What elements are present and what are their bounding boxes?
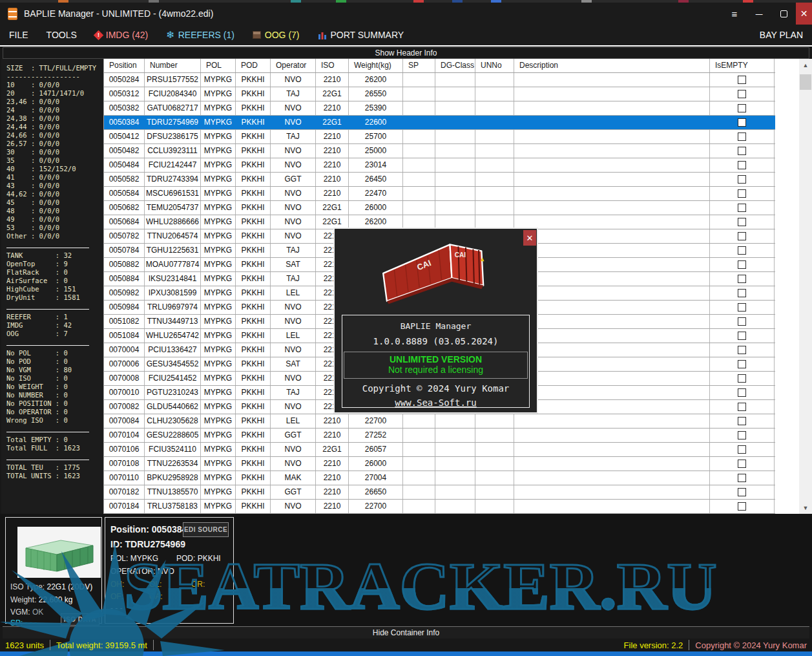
table-row[interactable]: 0070184TRLU3758183MYPKGPKKHINVO221022700 <box>104 500 775 514</box>
table-cell: TEMU2054737 <box>145 201 201 215</box>
isempty-checkbox[interactable] <box>738 275 746 283</box>
isempty-checkbox[interactable] <box>738 388 746 397</box>
column-header-number[interactable]: Number <box>145 59 201 72</box>
menu-bay-plan[interactable]: BAY PLAN <box>760 30 812 40</box>
isempty-checkbox[interactable] <box>738 502 746 511</box>
menu-imdg[interactable]: ! IMDG (42) <box>86 25 157 45</box>
table-row[interactable]: 0070104GESU2288605MYPKGPKKHIGGT221027252 <box>104 429 775 443</box>
isempty-checkbox[interactable] <box>738 118 746 127</box>
isempty-checkbox[interactable] <box>738 90 746 98</box>
isempty-checkbox[interactable] <box>738 417 746 425</box>
scrollbar-thumb[interactable] <box>800 74 811 90</box>
table-cell: 23014 <box>349 158 403 172</box>
isempty-checkbox[interactable] <box>738 474 746 482</box>
isempty-checkbox[interactable] <box>738 346 746 354</box>
oh-label: OH: <box>110 580 124 589</box>
column-header-unno[interactable]: UNNo <box>475 59 514 72</box>
table-cell: 22G1 <box>316 201 349 215</box>
table-cell: PKKHI <box>236 229 271 243</box>
table-row[interactable]: 0050312FCIU2084340MYPKGPKKHITAJ22G126550 <box>104 87 775 101</box>
table-row[interactable]: 0070084CLHU2305628MYPKGPKKHILEL221022700 <box>104 414 775 429</box>
table-row[interactable]: 0050382GATU0682717MYPKGPKKHINVO221025390 <box>104 101 775 116</box>
dialog-close-button[interactable]: ✕ <box>523 230 536 246</box>
table-row[interactable]: 0050582TDRU2743394MYPKGPKKHIGGT221026450 <box>104 173 775 187</box>
window-menu-button[interactable]: ≡ <box>722 3 747 25</box>
isempty-checkbox[interactable] <box>738 189 746 198</box>
isempty-checkbox[interactable] <box>738 76 746 84</box>
menu-port-summary[interactable]: PORT SUMMARY <box>309 25 413 45</box>
column-header-isempty[interactable]: IsEMPTY <box>710 59 775 72</box>
table-row[interactable]: 0070106FCIU3524110MYPKGPKKHINVO22G126057 <box>104 443 775 457</box>
isempty-checkbox[interactable] <box>738 403 746 411</box>
column-header-pol[interactable]: POL <box>201 59 236 72</box>
table-cell: 0051084 <box>104 329 145 343</box>
table-cell: 0050382 <box>104 101 145 115</box>
table-row[interactable]: 0070110BPKU2958928MYPKGPKKHIMAK221027004 <box>104 471 775 485</box>
isempty-checkbox[interactable] <box>738 161 746 169</box>
column-header-iso[interactable]: ISO <box>316 59 349 72</box>
isempty-checkbox[interactable] <box>738 289 746 297</box>
column-header-operator[interactable]: Operator <box>271 59 316 72</box>
menu-file[interactable]: FILE <box>0 25 37 45</box>
table-cell <box>514 215 710 229</box>
column-header-weight-kg-[interactable]: Weight(kg) <box>349 59 403 72</box>
table-row[interactable]: 0050482CCLU3923111MYPKGPKKHINVO221025000 <box>104 144 775 158</box>
menu-reefers[interactable]: ❄ REEFERS (1) <box>157 25 244 45</box>
sidebar-stat-line: TOTAL UNITS : 1623 <box>6 472 89 480</box>
isempty-checkbox[interactable] <box>738 360 746 368</box>
isempty-checkbox[interactable] <box>738 460 746 468</box>
table-cell <box>403 471 435 485</box>
scroll-down-icon[interactable]: ▼ <box>799 502 812 514</box>
iso-data-button[interactable]: ISO DATA <box>61 613 99 626</box>
isempty-checkbox[interactable] <box>738 317 746 326</box>
table-cell: 26650 <box>349 485 403 499</box>
edi-source-button[interactable]: EDI SOURCE <box>183 522 229 537</box>
isempty-cell <box>710 400 775 414</box>
table-cell <box>514 500 710 513</box>
menu-tools[interactable]: TOOLS <box>37 25 86 45</box>
table-row[interactable]: 0050682TEMU2054737MYPKGPKKHINVO22G126000 <box>104 201 775 215</box>
table-cell: PKKHI <box>236 315 271 328</box>
table-row[interactable]: 0050484FCIU2142447MYPKGPKKHINVO221023014 <box>104 158 775 173</box>
column-header-dg-class[interactable]: DG-Class <box>435 59 475 72</box>
isempty-checkbox[interactable] <box>738 204 746 212</box>
hide-container-info-bar[interactable]: Hide Container Info <box>3 626 809 639</box>
isempty-checkbox[interactable] <box>738 175 746 184</box>
isempty-checkbox[interactable] <box>738 431 746 439</box>
close-button[interactable]: ✕ <box>796 3 812 25</box>
column-header-description[interactable]: Description <box>514 59 710 72</box>
table-cell: MYPKG <box>201 187 236 200</box>
table-cell: NVO <box>271 101 316 115</box>
table-row[interactable]: 0050584MSCU6961531MYPKGPKKHINVO221022470 <box>104 187 775 201</box>
isempty-checkbox[interactable] <box>738 147 746 155</box>
dialog-website-link[interactable]: www.Sea-Soft.ru <box>342 397 529 408</box>
minimize-button[interactable]: ─ <box>747 3 771 25</box>
isempty-checkbox[interactable] <box>738 218 746 226</box>
table-row[interactable]: 0050284PRSU1577552MYPKGPKKHINVO221026200 <box>104 73 775 87</box>
table-row[interactable]: 0070182TTNU1385570MYPKGPKKHIGGT221026650 <box>104 485 775 500</box>
table-cell <box>514 272 710 286</box>
column-header-pod[interactable]: POD <box>236 59 271 72</box>
table-row[interactable]: 0070108TTNU2263534MYPKGPKKHINVO221026000 <box>104 457 775 471</box>
isempty-checkbox[interactable] <box>738 374 746 383</box>
isempty-checkbox[interactable] <box>738 332 746 340</box>
isempty-checkbox[interactable] <box>738 260 746 269</box>
isempty-checkbox[interactable] <box>738 303 746 312</box>
isempty-checkbox[interactable] <box>738 488 746 496</box>
column-header-position[interactable]: Position <box>104 59 145 72</box>
table-cell: MYPKG <box>201 173 236 186</box>
show-header-info-bar[interactable]: Show Header Info <box>3 47 809 59</box>
isempty-checkbox[interactable] <box>738 232 746 240</box>
table-row[interactable]: 0050384TDRU2754969MYPKGPKKHINVO22G122600 <box>104 116 775 130</box>
maximize-button[interactable] <box>771 3 796 25</box>
isempty-checkbox[interactable] <box>738 132 746 141</box>
vertical-scrollbar[interactable]: ▲ ▼ <box>799 59 812 514</box>
isempty-checkbox[interactable] <box>738 104 746 112</box>
table-row[interactable]: 0050412DFSU2386175MYPKGPKKHITAJ221025700 <box>104 130 775 144</box>
menu-oog[interactable]: OOG (7) <box>244 25 309 45</box>
isempty-checkbox[interactable] <box>738 246 746 255</box>
table-cell: IPXU3081599 <box>145 286 201 300</box>
column-header-sp[interactable]: SP <box>403 59 435 72</box>
isempty-checkbox[interactable] <box>738 445 746 454</box>
scroll-up-icon[interactable]: ▲ <box>799 59 812 71</box>
